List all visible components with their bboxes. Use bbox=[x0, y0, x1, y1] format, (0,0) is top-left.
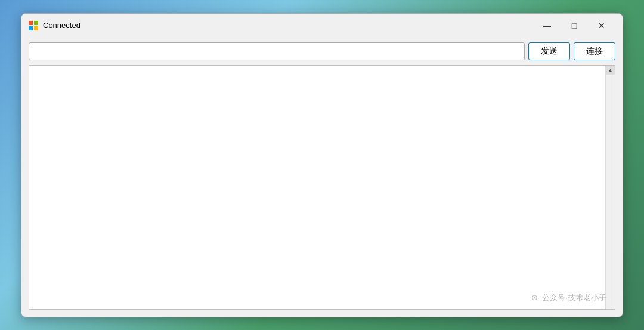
main-window: Connected — □ ✕ 发送 连接 ▲ ⊙ 公众号·技术老小子 bbox=[21, 13, 623, 317]
toolbar: 发送 连接 bbox=[21, 38, 623, 65]
minimize-button[interactable]: — bbox=[533, 16, 561, 35]
send-button[interactable]: 发送 bbox=[528, 42, 570, 60]
message-area[interactable] bbox=[29, 66, 605, 309]
win-icon-blue bbox=[29, 26, 33, 30]
title-bar: Connected — □ ✕ bbox=[21, 14, 623, 38]
message-input[interactable] bbox=[29, 42, 525, 60]
message-area-container: ▲ ⊙ 公众号·技术老小子 bbox=[29, 65, 615, 310]
win-icon-red bbox=[29, 21, 33, 25]
win-icon-yellow bbox=[34, 26, 38, 30]
scrollbar-up-arrow[interactable]: ▲ bbox=[606, 66, 615, 75]
win-icon-green bbox=[34, 21, 38, 25]
close-button[interactable]: ✕ bbox=[588, 16, 615, 35]
window-controls: — □ ✕ bbox=[533, 16, 615, 35]
app-icon bbox=[29, 21, 38, 30]
windows-logo-icon bbox=[29, 21, 38, 30]
scrollbar-track: ▲ bbox=[605, 66, 615, 309]
connect-button[interactable]: 连接 bbox=[574, 42, 615, 60]
maximize-button[interactable]: □ bbox=[561, 16, 588, 35]
window-title: Connected bbox=[43, 21, 533, 30]
